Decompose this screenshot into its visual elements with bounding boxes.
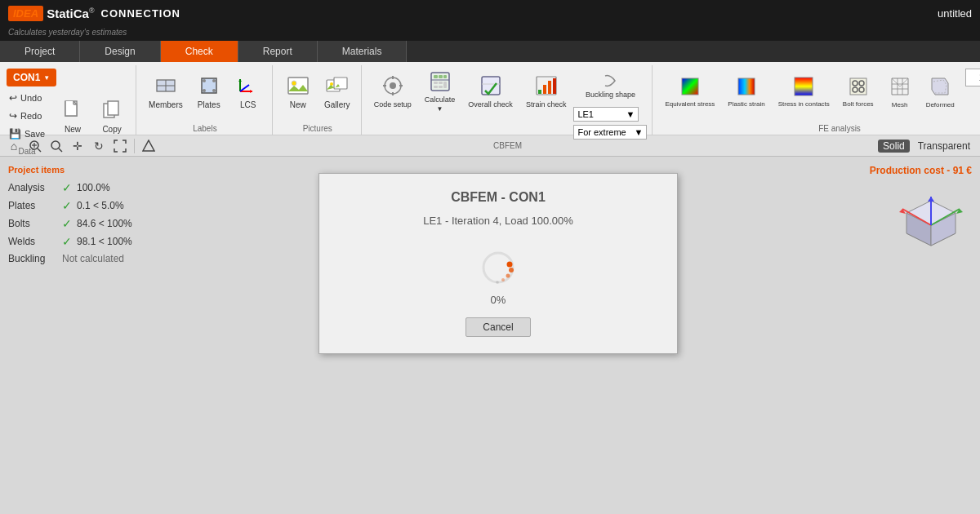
svg-rect-45 [553,78,556,94]
plates-check-icon: ✓ [62,199,72,212]
zoom-all-tool[interactable] [47,137,65,155]
analysis-check-icon: ✓ [62,181,72,194]
svg-point-64 [51,141,60,149]
logo-box: IDEA [8,6,43,21]
shape-tool[interactable] [140,137,158,155]
fe-analysis-group: Equivalent stress [654,65,980,135]
equivalent-stress-icon [677,73,703,100]
ribbon: CON1 ▼ ↩ Undo ↪ Redo 💾 S [0,62,980,135]
svg-rect-32 [439,75,443,78]
tab-report[interactable]: Report [238,41,318,62]
svg-point-68 [507,262,513,268]
3d-cube-widget[interactable] [890,184,972,268]
new-icon [60,97,86,123]
zoom-window-tool[interactable] [26,137,44,155]
svg-point-24 [390,82,396,89]
svg-rect-47 [738,78,755,95]
equivalent-stress-button[interactable]: Equivalent stress [659,65,720,116]
connection-badge: CONNECTION [101,7,180,20]
overall-check-button[interactable]: Overall check [462,65,519,116]
lcs-icon [235,73,261,99]
tab-project[interactable]: Project [0,41,80,62]
svg-rect-49 [850,78,866,95]
dialog-body: 0% Cancel [319,240,677,353]
plastic-strain-icon [733,73,760,100]
transparent-view-button[interactable]: Transparent [913,140,975,152]
gallery-button[interactable]: Gallery [318,65,356,116]
mesh-button[interactable]: Mesh [881,65,919,116]
svg-rect-4 [108,101,118,115]
bolt-forces-button[interactable]: Bolt forces [837,65,880,116]
extreme-dropdown[interactable]: For extreme ▼ [573,125,647,140]
dialog-title: CBFEM - CON1 [319,174,677,211]
plates-value: 0.1 < 5.0% [77,200,124,211]
svg-point-70 [506,274,510,278]
tab-design[interactable]: Design [80,41,160,62]
svg-line-65 [59,148,62,152]
con1-dropdown[interactable]: CON1 ▼ [7,69,56,86]
svg-rect-35 [439,82,443,84]
tab-check[interactable]: Check [161,41,238,62]
welds-value: 98.1 < 100% [77,236,132,247]
plates-button[interactable]: Plates [190,65,228,116]
stress-contacts-button[interactable]: Stress in contacts [773,65,835,116]
buckling-shape-button[interactable]: Buckling shape [573,69,647,104]
svg-point-12 [212,89,216,92]
home-tool[interactable]: ⌂ [5,137,23,155]
plastic-strain-button[interactable]: Plastic strain [722,65,770,116]
plates-row: Plates ✓ 0.1 < 5.0% [8,199,155,212]
window-title: untitled [938,7,972,20]
deformed-icon [927,73,953,100]
bolts-check-icon: ✓ [62,217,72,230]
center-area: CBFEM - CON1 LE1 - Iteration 4, Load 100… [163,157,833,514]
svg-marker-17 [238,79,242,82]
strain-check-button[interactable]: Strain check [520,65,572,116]
svg-point-71 [501,278,505,281]
analysis-value: 100.0% [77,182,110,193]
rotate-tool[interactable]: ↻ [90,137,108,155]
progress-pct: 0% [491,294,506,306]
gallery-icon [324,73,350,99]
code-setup-icon [380,73,406,99]
logo-area: IDEA StatiCa® CONNECTION [8,6,180,21]
svg-point-72 [496,281,499,284]
svg-rect-38 [443,82,447,88]
new-button[interactable]: New [54,90,91,140]
plates-label: Plates [8,200,57,211]
fe-analysis-group-label: FE analysis [659,122,980,133]
svg-point-11 [203,89,206,92]
svg-rect-46 [682,78,698,95]
copy-button[interactable]: Copy [93,90,131,140]
cancel-button[interactable]: Cancel [466,317,530,337]
deformed-button[interactable]: Deformed [920,65,960,116]
undo-button[interactable]: ↩ Undo [3,90,47,106]
num-input[interactable] [966,69,980,86]
svg-rect-33 [443,75,447,78]
buckling-row: Buckling Not calculated [8,253,155,264]
tab-materials[interactable]: Materials [318,41,408,62]
fullscreen-tool[interactable] [111,137,129,155]
svg-point-67 [483,253,513,282]
strain-check-icon [533,73,559,99]
calculate-icon [427,69,453,94]
pan-tool[interactable]: ✛ [69,137,87,155]
le1-dropdown[interactable]: LE1 ▼ [573,107,639,122]
logo-staticа: StatiCa® [43,7,95,20]
svg-point-22 [330,82,333,86]
calculate-button[interactable]: Calculate ▼ [419,65,461,116]
code-setup-button[interactable]: Code setup [368,65,417,116]
lcs-button[interactable]: LCS [229,65,267,116]
svg-line-61 [38,148,41,152]
svg-marker-16 [250,90,252,93]
new-picture-button[interactable]: New [279,65,317,116]
members-button[interactable]: Members [143,65,189,116]
svg-marker-82 [928,197,934,202]
analysis-row: Analysis ✓ 100.0% [8,181,155,194]
solid-view-button[interactable]: Solid [878,140,910,153]
stress-contacts-icon [791,73,817,100]
svg-line-58 [892,78,900,86]
app-subtitle: Calculates yesterday's estimates [8,28,127,37]
redo-button[interactable]: ↪ Redo [3,108,47,124]
production-cost-label: Production cost - 91 € [870,165,972,176]
calculation-dialog: CBFEM - CON1 LE1 - Iteration 4, Load 100… [318,173,678,354]
